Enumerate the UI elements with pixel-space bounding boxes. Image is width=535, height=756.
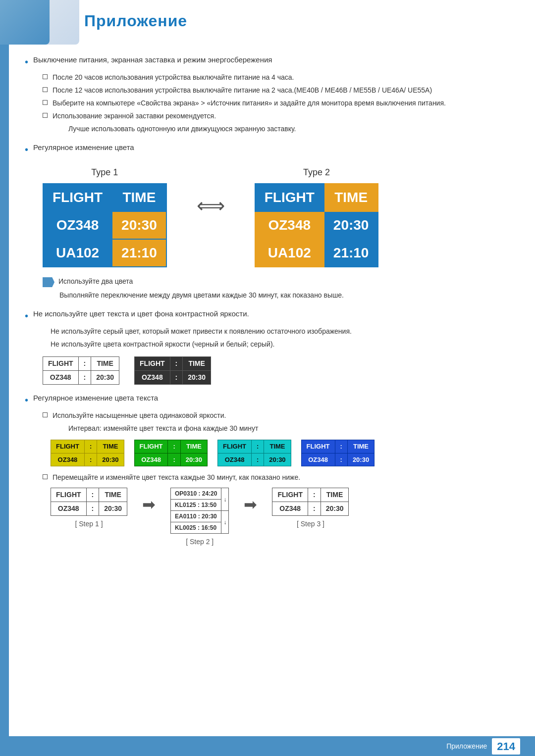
bullet-dot-4: • xyxy=(25,393,28,407)
s1-r1c2: : xyxy=(86,488,99,502)
s2-r1: OP0310 : 24:20 xyxy=(171,488,221,500)
type1-cell-2030: 20:30 xyxy=(112,211,166,239)
st1-r2c3: 20:30 xyxy=(91,371,119,385)
bullet-contrast-text: Не используйте цвет текста и цвет фона к… xyxy=(33,308,249,320)
step-arrow-2-container: ➡ xyxy=(244,493,257,516)
table-row: OZ348 20:30 xyxy=(255,211,378,239)
type2-cell-2110: 21:10 xyxy=(324,239,378,267)
step-arrow-1-icon: ➡ xyxy=(142,493,156,516)
sub-bullet-icon-3 xyxy=(43,100,48,105)
section-power: • Выключение питания, экранная заставка … xyxy=(25,54,515,134)
sub-bullet-tc2-text: Перемещайте и изменяйте цвет текста кажд… xyxy=(53,472,300,483)
sub-bullet-1: После 20 часов использования устройства … xyxy=(43,72,515,83)
ct2-r2c3: 20:30 xyxy=(180,453,207,466)
ct2-r2c1: OZ348 xyxy=(134,453,168,466)
table-row: KL0125 : 13:50 xyxy=(171,500,229,511)
type2-block: Type 2 FLIGHT TIME OZ348 20:30 UA102 21: xyxy=(255,166,379,267)
s1-r1c3: TIME xyxy=(99,488,127,502)
type2-cell-oz348: OZ348 xyxy=(255,211,324,239)
table-row: OZ348 : 20:30 xyxy=(135,371,211,385)
bullet-contrast-main: • Не используйте цвет текста и цвет фона… xyxy=(25,308,515,323)
colored-table-4: FLIGHT : TIME OZ348 : 20:30 xyxy=(301,440,375,466)
bullet-color-text: Регулярное изменение цвета xyxy=(33,142,134,153)
sub-bullet-tc1-text: Используйте насыщенные цвета одинаковой … xyxy=(53,410,226,421)
s2-down-arrow2: ↓ xyxy=(221,511,229,534)
st2-r2c1: OZ348 xyxy=(135,371,170,385)
s2-down-arrow: ↓ xyxy=(221,488,229,511)
page-title: Приложение xyxy=(84,9,535,33)
bullet-textcolor-text: Регулярное изменение цвета текста xyxy=(33,393,158,404)
ct2-r2c2: : xyxy=(168,453,180,466)
step1-block: FLIGHT : TIME OZ348 : 20:30 [ Step 1 ] xyxy=(51,488,127,529)
sub-bullet-icon-4 xyxy=(43,113,48,118)
type1-label: Type 1 xyxy=(91,166,118,179)
table-row: OZ348 : 20:30 xyxy=(218,453,291,466)
step2-table: OP0310 : 24:20 ↓ KL0125 : 13:50 EA0110 :… xyxy=(170,488,229,534)
type1-block: Type 1 FLIGHT TIME OZ348 20:30 UA102 21: xyxy=(43,166,167,267)
type2-cell-time-header: TIME xyxy=(324,184,378,211)
ct1-r1c1: FLIGHT xyxy=(51,440,85,454)
table-row: FLIGHT : TIME xyxy=(51,440,124,454)
s3-r2c3: 20:30 xyxy=(321,502,349,516)
sub-bullets-power: После 20 часов использования устройства … xyxy=(43,72,515,134)
sub-bullet-icon-tc1 xyxy=(43,412,48,417)
table-row: OP0310 : 24:20 ↓ xyxy=(171,488,229,500)
s2-r3: EA0110 : 20:30 xyxy=(171,511,221,522)
sub-bullet-icon-2 xyxy=(43,87,48,92)
type2-cell-2030: 20:30 xyxy=(324,211,378,239)
sub-bullet-tc1: Используйте насыщенные цвета одинаковой … xyxy=(43,410,515,421)
step3-table: FLIGHT : TIME OZ348 : 20:30 xyxy=(272,488,349,516)
ct3-r2c2: : xyxy=(252,453,264,466)
st2-r2c3: 20:30 xyxy=(183,371,211,385)
note-row-1: Используйте два цвета xyxy=(43,276,515,287)
double-arrow-icon: ⟺ xyxy=(197,191,225,220)
step-arrow-1-container: ➡ xyxy=(142,493,156,516)
table-row: FLIGHT : TIME xyxy=(43,357,119,371)
header-area: Приложение xyxy=(84,9,535,33)
table-row: OZ348 : 20:30 xyxy=(134,453,208,466)
sub-bullet-icon-tc2 xyxy=(43,474,48,479)
page-wrapper: Приложение • Выключение питания, экранна… xyxy=(0,0,535,756)
arrow-container: ⟺ xyxy=(197,191,225,220)
table-row: FLIGHT : TIME xyxy=(272,488,349,502)
contrast-indent1: Не используйте серый цвет, который может… xyxy=(51,326,515,337)
step2-block: OP0310 : 24:20 ↓ KL0125 : 13:50 EA0110 :… xyxy=(170,488,229,547)
ct3-r2c3: 20:30 xyxy=(264,453,291,466)
step2-label: [ Step 2 ] xyxy=(186,537,214,547)
sub-bullet-4: Использование экранной заставки рекоменд… xyxy=(43,111,515,121)
type2-label: Type 2 xyxy=(303,166,330,179)
section-text-color: • Регулярное изменение цвета текста Испо… xyxy=(25,393,515,547)
sub-bullet-tc2: Перемещайте и изменяйте цвет текста кажд… xyxy=(43,472,515,483)
table-row: EA0110 : 20:30 ↓ xyxy=(171,511,229,522)
table-row: OZ348 : 20:30 xyxy=(51,453,124,466)
ct1-r1c3: TIME xyxy=(97,440,124,454)
table-row: FLIGHT TIME xyxy=(43,184,166,211)
type2-cell-flight: FLIGHT xyxy=(255,184,324,211)
colored-table-2: FLIGHT : TIME OZ348 : 20:30 xyxy=(134,440,208,466)
s3-r1c3: TIME xyxy=(321,488,349,502)
bullet-color-main: • Регулярное изменение цвета xyxy=(25,142,515,157)
type2-table: FLIGHT TIME OZ348 20:30 UA102 21:10 xyxy=(255,183,379,267)
table-row: FLIGHT : TIME xyxy=(301,440,374,454)
colored-table-3: FLIGHT : TIME OZ348 : 20:30 xyxy=(217,440,291,466)
ct4-r1c3: TIME xyxy=(347,440,374,454)
s3-r2c2: : xyxy=(308,502,321,516)
ct2-r1c2: : xyxy=(168,440,180,454)
types-container: Type 1 FLIGHT TIME OZ348 20:30 UA102 21: xyxy=(43,166,515,267)
section-color-change: • Регулярное изменение цвета Type 1 FLIG… xyxy=(25,142,515,301)
type1-cell-flight: FLIGHT xyxy=(43,184,112,211)
sub-indent-text: Лучше использовать однотонную или движущ… xyxy=(68,124,515,134)
note-icon xyxy=(43,277,54,287)
small-tables-row: FLIGHT : TIME OZ348 : 20:30 FLIGHT : xyxy=(43,356,515,385)
ct4-r1c1: FLIGHT xyxy=(301,440,335,454)
small-table-2: FLIGHT : TIME OZ348 : 20:30 xyxy=(134,356,211,385)
step3-label: [ Step 3 ] xyxy=(297,519,324,529)
small-table-1: FLIGHT : TIME OZ348 : 20:30 xyxy=(43,356,119,385)
table-row: FLIGHT : TIME xyxy=(51,488,127,502)
table-row: UA102 21:10 xyxy=(43,239,166,267)
table-row: OZ348 : 20:30 xyxy=(272,502,349,516)
contrast-indent2: Не используйте цвета контрастной яркости… xyxy=(51,339,515,350)
colored-tables-row: FLIGHT : TIME OZ348 : 20:30 FLI xyxy=(51,440,515,466)
note1-text: Используйте два цвета xyxy=(58,276,133,287)
bullet-dot-2: • xyxy=(25,142,28,157)
